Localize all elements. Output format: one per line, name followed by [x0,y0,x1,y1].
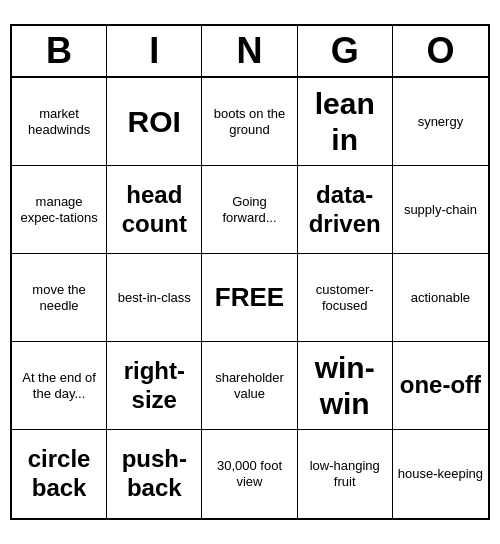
bingo-cell[interactable]: house-keeping [393,430,488,518]
bingo-cell[interactable]: Going forward... [202,166,297,254]
bingo-cell[interactable]: FREE [202,254,297,342]
bingo-cell[interactable]: ROI [107,78,202,166]
bingo-header: BINGO [12,26,488,78]
header-letter: G [298,26,393,76]
bingo-cell[interactable]: win-win [298,342,393,430]
bingo-cell[interactable]: supply-chain [393,166,488,254]
bingo-cell[interactable]: 30,000 foot view [202,430,297,518]
bingo-cell[interactable]: customer-focused [298,254,393,342]
bingo-cell[interactable]: best-in-class [107,254,202,342]
header-letter: I [107,26,202,76]
bingo-cell[interactable]: manage expec-tations [12,166,107,254]
bingo-cell[interactable]: push-back [107,430,202,518]
bingo-cell[interactable]: head count [107,166,202,254]
bingo-cell[interactable]: At the end of the day... [12,342,107,430]
bingo-cell[interactable]: circle back [12,430,107,518]
bingo-cell[interactable]: actionable [393,254,488,342]
bingo-cell[interactable]: shareholder value [202,342,297,430]
bingo-cell[interactable]: lean in [298,78,393,166]
bingo-cell[interactable]: one-off [393,342,488,430]
bingo-cell[interactable]: move the needle [12,254,107,342]
bingo-cell[interactable]: data-driven [298,166,393,254]
bingo-cell[interactable]: low-hanging fruit [298,430,393,518]
header-letter: O [393,26,488,76]
bingo-cell[interactable]: boots on the ground [202,78,297,166]
bingo-card: BINGO market headwindsROIboots on the gr… [10,24,490,520]
bingo-cell[interactable]: synergy [393,78,488,166]
bingo-cell[interactable]: right-size [107,342,202,430]
bingo-cell[interactable]: market headwinds [12,78,107,166]
header-letter: B [12,26,107,76]
bingo-grid: market headwindsROIboots on the groundle… [12,78,488,518]
header-letter: N [202,26,297,76]
